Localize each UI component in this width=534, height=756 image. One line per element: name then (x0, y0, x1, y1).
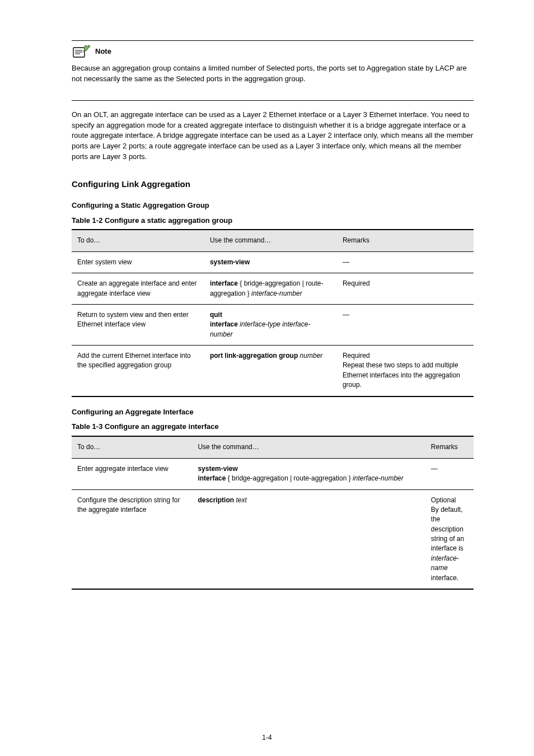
cell: Required (337, 273, 474, 305)
page: Note Because an aggregation group contai… (0, 0, 534, 756)
arg: text (236, 496, 246, 504)
arg: interface-number (353, 474, 404, 482)
cell: Add the current Ethernet interface into … (72, 346, 204, 396)
cell: system-view (204, 251, 337, 273)
table-2-h2: Remarks (425, 436, 474, 458)
table-row: Add the current Ethernet interface into … (72, 346, 474, 396)
table-row: Configure the description string for the… (72, 489, 474, 589)
cell: description text (192, 489, 425, 589)
note-body: Because an aggregation group contains a … (72, 62, 474, 90)
note-bottom-rule (72, 100, 474, 101)
note-heading: Note (72, 44, 474, 62)
cell: Configure the description string for the… (72, 489, 192, 589)
cmd: quit (210, 311, 222, 319)
text: { bridge-aggregation | route-aggregation… (226, 474, 353, 482)
arg: interface-number (251, 290, 302, 297)
table-2: To do… Use the command… Remarks Enter ag… (72, 436, 474, 590)
table-2-h0: To do… (72, 436, 192, 458)
cmd: system-view (210, 258, 250, 266)
note-label: Note (95, 46, 111, 57)
table-2-h1: Use the command… (192, 436, 425, 458)
content-top-rule (72, 40, 474, 41)
table-1: To do… Use the command… Remarks Enter sy… (72, 229, 474, 396)
cell: Required Repeat these two steps to add m… (337, 346, 474, 396)
text: Repeat these two steps to add multiple E… (343, 361, 468, 390)
table-row: Enter aggregate interface view system-vi… (72, 458, 474, 489)
text: By default, the description string of an… (431, 505, 468, 583)
table-row: Enter system view system-view — (72, 251, 474, 273)
page-number: 1-4 (0, 733, 534, 743)
cell: Create an aggregate interface and enter … (72, 273, 204, 305)
cell: — (337, 304, 474, 345)
cell: quit interface interface-type interface-… (204, 304, 337, 345)
note-icon (72, 44, 91, 59)
cmd: description (198, 496, 236, 504)
table-1-h0: To do… (72, 230, 204, 251)
cmd: system-view (198, 465, 237, 473)
table-1-h2: Remarks (337, 230, 474, 251)
cell: system-view interface { bridge-aggregati… (192, 458, 425, 489)
table-2-header-row: To do… Use the command… Remarks (72, 436, 474, 458)
cell: port link-aggregation group number (204, 346, 337, 396)
table-1-caption: Table 1-2 Configure a static aggregation… (72, 216, 474, 226)
subsection-title-1: Configuring a Static Aggregation Group (72, 200, 474, 211)
text: Required (343, 351, 468, 361)
subsection-title-2: Configuring an Aggregate Interface (72, 407, 474, 418)
cmd: interface (198, 474, 226, 482)
note-block: Note Because an aggregation group contai… (72, 44, 474, 90)
section-title: Configuring Link Aggregation (72, 178, 474, 190)
cell: Enter aggregate interface view (72, 458, 192, 489)
cmd: interface (210, 320, 240, 328)
text: Optional (431, 496, 468, 505)
cell: Optional By default, the description str… (425, 489, 474, 589)
cell: — (337, 251, 474, 273)
cell: interface { bridge-aggregation | route-a… (204, 273, 337, 305)
table-1-header-row: To do… Use the command… Remarks (72, 230, 474, 251)
cmd: port link-aggregation group (210, 352, 300, 360)
table-1-h1: Use the command… (204, 230, 337, 251)
arg: number (300, 352, 323, 360)
table-2-caption: Table 1-3 Configure an aggregate interfa… (72, 422, 474, 432)
body-paragraph: On an OLT, an aggregate interface can be… (72, 110, 474, 162)
table-row: Return to system view and then enter Eth… (72, 304, 474, 345)
cell: Return to system view and then enter Eth… (72, 304, 204, 345)
arg: interface-name (431, 554, 459, 572)
cell: Enter system view (72, 251, 204, 273)
cmd: interface (210, 279, 238, 287)
cell: — (425, 458, 474, 489)
table-row: Create an aggregate interface and enter … (72, 273, 474, 305)
